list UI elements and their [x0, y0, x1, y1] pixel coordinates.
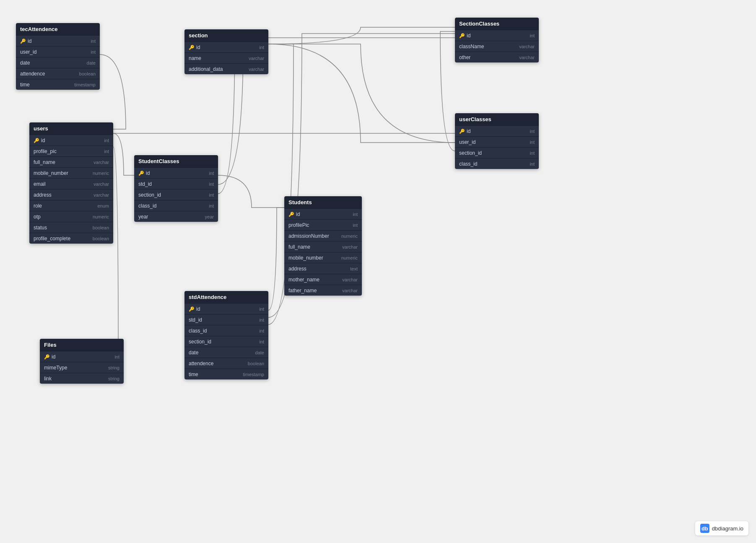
table-header-stdAttendence: stdAttendence: [184, 291, 268, 303]
table-row: class_id int: [455, 158, 539, 169]
table-row: 🔑id int: [40, 351, 124, 362]
table-row: user_id int: [16, 46, 100, 57]
table-row: section_id int: [184, 336, 268, 347]
table-header-userClasses: userClasses: [455, 113, 539, 125]
table-row: std_id int: [184, 314, 268, 325]
table-row: 🔑id int: [284, 208, 362, 219]
table-users[interactable]: users 🔑id int profile_pic int full_name …: [29, 122, 113, 244]
table-row: time timestamp: [16, 79, 100, 90]
table-row: class_id int: [134, 200, 218, 211]
table-row: address varchar: [29, 189, 113, 200]
table-row: otp numeric: [29, 211, 113, 222]
brand-icon: db: [700, 524, 709, 533]
table-row: 🔑id int: [134, 167, 218, 178]
table-header-tecAttendence: tecAttendence: [16, 23, 100, 35]
table-row: other varchar: [455, 52, 539, 62]
table-row: address text: [284, 263, 362, 274]
connections-svg: [0, 0, 756, 543]
table-row: user_id int: [455, 136, 539, 147]
table-row: link string: [40, 373, 124, 384]
table-row: mobile_number numeric: [284, 252, 362, 263]
table-row: profilePic int: [284, 219, 362, 230]
table-row: profile_pic int: [29, 145, 113, 156]
table-row: name varchar: [184, 52, 268, 63]
table-row: class_id int: [184, 325, 268, 336]
table-Files[interactable]: Files 🔑id int mimeType string link strin…: [40, 339, 124, 384]
table-row: admissionNumber numeric: [284, 230, 362, 241]
table-row: 🔑id int: [455, 125, 539, 136]
table-row: attendence boolean: [184, 358, 268, 369]
table-row: email varchar: [29, 178, 113, 189]
table-row: section_id int: [134, 189, 218, 200]
table-row: status boolean: [29, 222, 113, 233]
table-row: father_name varchar: [284, 285, 362, 296]
table-header-Files: Files: [40, 339, 124, 351]
table-row: mobile_number numeric: [29, 167, 113, 178]
table-header-section: section: [184, 29, 268, 42]
table-row: className varchar: [455, 41, 539, 52]
table-row: 🔑id int: [16, 35, 100, 46]
table-row: full_name varchar: [29, 156, 113, 167]
table-stdAttendence[interactable]: stdAttendence 🔑id int std_id int class_i…: [184, 291, 268, 379]
table-row: section_id int: [455, 147, 539, 158]
table-row: 🔑id int: [455, 30, 539, 41]
table-row: 🔑id int: [184, 303, 268, 314]
table-row: attendence boolean: [16, 68, 100, 79]
table-section[interactable]: section 🔑id int name varchar additional_…: [184, 29, 268, 74]
table-header-SectionClasses: SectionClasses: [455, 18, 539, 30]
brand-label: dbdiagram.io: [712, 525, 743, 532]
table-row: time timestamp: [184, 369, 268, 379]
diagram-canvas: tecAttendence 🔑id int user_id int date d…: [0, 0, 756, 543]
table-row: profile_complete boolean: [29, 233, 113, 244]
table-SectionClasses[interactable]: SectionClasses 🔑id int className varchar…: [455, 18, 539, 62]
table-row: date date: [184, 347, 268, 358]
table-row: 🔑id int: [184, 42, 268, 52]
table-userClasses[interactable]: userClasses 🔑id int user_id int section_…: [455, 113, 539, 169]
table-row: full_name varchar: [284, 241, 362, 252]
table-row: date date: [16, 57, 100, 68]
table-header-users: users: [29, 122, 113, 135]
table-tecAttendence[interactable]: tecAttendence 🔑id int user_id int date d…: [16, 23, 100, 90]
table-header-Students: Students: [284, 196, 362, 208]
table-StudentClasses[interactable]: StudentClasses 🔑id int std_id int sectio…: [134, 155, 218, 222]
table-row: mimeType string: [40, 362, 124, 373]
table-header-StudentClasses: StudentClasses: [134, 155, 218, 167]
table-Students[interactable]: Students 🔑id int profilePic int admissio…: [284, 196, 362, 296]
table-row: std_id int: [134, 178, 218, 189]
table-row: 🔑id int: [29, 135, 113, 145]
brand-badge[interactable]: db dbdiagram.io: [695, 521, 748, 535]
table-row: additional_data varchar: [184, 63, 268, 74]
table-row: mother_name varchar: [284, 274, 362, 285]
table-row: year year: [134, 211, 218, 222]
table-row: role enum: [29, 200, 113, 211]
